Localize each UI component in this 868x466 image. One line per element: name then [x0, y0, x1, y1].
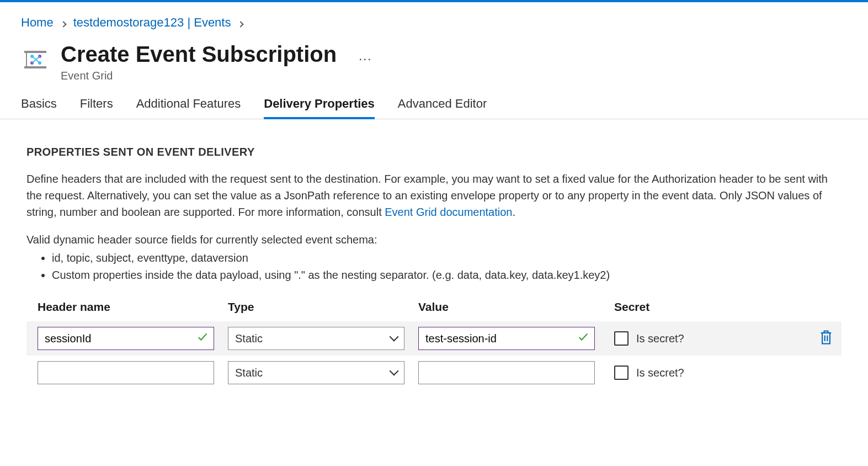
section-title: PROPERTIES SENT ON EVENT DELIVERY: [26, 146, 842, 158]
delete-row-button[interactable]: [818, 329, 834, 348]
header-name-input[interactable]: [38, 361, 214, 384]
tab-advanced-editor[interactable]: Advanced Editor: [398, 97, 487, 119]
header-value-input[interactable]: [418, 361, 595, 384]
breadcrumb-sep-2: [237, 15, 244, 30]
header-type-value: Static: [235, 332, 263, 345]
breadcrumb-item[interactable]: testdemostorage123 | Events: [73, 15, 231, 30]
is-secret-checkbox[interactable]: [614, 331, 629, 346]
header-row: StaticIs secret?: [26, 356, 842, 390]
is-secret-label: Is secret?: [636, 367, 684, 379]
valid-fields-intro: Valid dynamic header source fields for c…: [26, 234, 842, 246]
page-title: Create Event Subscription: [61, 42, 337, 66]
header-type-select[interactable]: Static: [228, 327, 404, 350]
is-secret-checkbox[interactable]: [614, 366, 629, 380]
event-grid-icon: [21, 45, 50, 75]
valid-field-item: id, topic, subject, eventtype, dataversi…: [52, 250, 842, 267]
doc-link[interactable]: Event Grid documentation: [385, 206, 512, 218]
header-value-input[interactable]: [418, 327, 595, 350]
chevron-down-icon: [390, 367, 399, 376]
tab-filters[interactable]: Filters: [80, 97, 113, 119]
header-type-select[interactable]: Static: [228, 361, 404, 384]
column-header-value: Value: [418, 300, 614, 314]
header-row: StaticIs secret?: [26, 321, 842, 356]
header-type-value: Static: [235, 367, 263, 379]
column-header-secret: Secret: [614, 300, 791, 314]
check-icon: [196, 331, 209, 346]
tab-additional-features[interactable]: Additional Features: [136, 97, 241, 119]
chevron-down-icon: [390, 332, 399, 342]
tab-basics[interactable]: Basics: [21, 97, 57, 119]
more-menu-button[interactable]: ···: [359, 52, 372, 66]
breadcrumb-home[interactable]: Home: [21, 15, 54, 30]
breadcrumb: Home testdemostorage123 | Events: [21, 15, 847, 30]
valid-field-item: Custom properties inside the data payloa…: [52, 267, 842, 284]
header-name-input[interactable]: [38, 327, 214, 350]
tab-delivery-properties[interactable]: Delivery Properties: [264, 97, 375, 119]
column-header-type: Type: [228, 300, 418, 314]
section-description: Define headers that are included with th…: [26, 171, 842, 220]
is-secret-label: Is secret?: [636, 332, 684, 345]
check-icon: [577, 331, 589, 346]
page-subtitle: Event Grid: [61, 70, 337, 82]
breadcrumb-sep: [60, 15, 67, 30]
column-header-name: Header name: [38, 300, 228, 314]
tab-bar: BasicsFiltersAdditional FeaturesDelivery…: [0, 97, 868, 119]
valid-fields-list: id, topic, subject, eventtype, dataversi…: [26, 250, 842, 284]
